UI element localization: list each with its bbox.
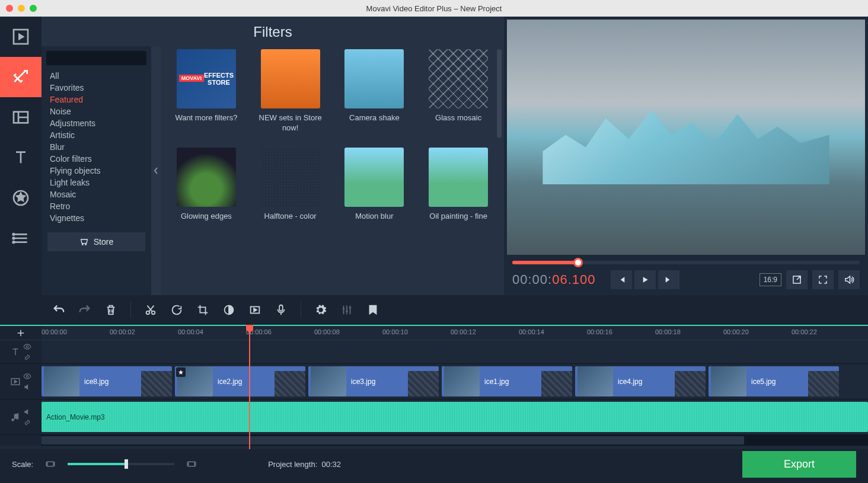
scale-slider[interactable]: [68, 463, 174, 465]
eye-icon[interactable]: [23, 372, 31, 380]
maximize-icon[interactable]: [30, 5, 37, 12]
filter-item[interactable]: NEW sets in Store now!: [257, 49, 324, 133]
category-vignettes[interactable]: Vignettes: [42, 212, 151, 224]
audio-clip[interactable]: Action_Movie.mp3: [42, 402, 868, 432]
filter-item[interactable]: Glass mosaic: [425, 49, 492, 133]
export-button[interactable]: Export: [742, 451, 856, 478]
text-track-body[interactable]: [42, 340, 868, 363]
popout-button[interactable]: [786, 270, 808, 289]
transition-button[interactable]: [242, 298, 267, 322]
category-blur[interactable]: Blur: [42, 141, 151, 153]
panel-scrollbar[interactable]: [497, 49, 502, 138]
chevron-left-icon: [153, 167, 159, 175]
category-flying-objects[interactable]: Flying objects: [42, 165, 151, 177]
audio-track-body[interactable]: Action_Movie.mp3: [42, 399, 868, 434]
time-ruler[interactable]: 00:00:0000:00:0200:00:0400:00:0600:00:08…: [42, 326, 868, 340]
undo-button[interactable]: [46, 298, 71, 322]
toolbar: [0, 295, 868, 325]
redo-button[interactable]: [72, 298, 97, 322]
playhead[interactable]: [249, 325, 250, 449]
category-retro[interactable]: Retro: [42, 200, 151, 212]
eye-icon[interactable]: [23, 343, 31, 351]
preview-video[interactable]: [507, 20, 865, 255]
window-controls: [6, 5, 37, 12]
zoom-out-icon[interactable]: [45, 459, 56, 469]
marker-button[interactable]: [360, 298, 385, 322]
video-clip[interactable]: ice1.jpg: [442, 366, 572, 396]
video-clip[interactable]: ice5.jpg: [709, 366, 839, 396]
category-favorites[interactable]: Favorites: [42, 82, 151, 94]
cut-button[interactable]: [138, 298, 163, 322]
timeline-scrollbar[interactable]: [42, 435, 868, 446]
text-icon: [10, 347, 21, 357]
filter-item[interactable]: MOVAVIEFFECTSSTOREWant more filters?: [173, 49, 240, 133]
sidebar-filters[interactable]: [0, 57, 42, 97]
video-track-body[interactable]: ice8.jpgice2.jpgice3.jpgice1.jpgice4.jpg…: [42, 364, 868, 399]
play-button[interactable]: [634, 270, 656, 289]
store-button[interactable]: Store: [47, 232, 145, 251]
search-box[interactable]: [46, 51, 146, 65]
scrubber[interactable]: [512, 261, 860, 264]
equalizer-button[interactable]: [334, 298, 359, 322]
category-artistic[interactable]: Artistic: [42, 129, 151, 141]
prev-button[interactable]: [611, 270, 632, 289]
filter-item[interactable]: Motion blur: [341, 148, 409, 222]
minimize-icon[interactable]: [18, 5, 25, 12]
speaker-icon[interactable]: [23, 408, 31, 416]
scale-thumb[interactable]: [125, 459, 128, 469]
video-clip[interactable]: ice8.jpg: [42, 366, 172, 396]
filter-item[interactable]: Camera shake: [341, 49, 409, 133]
add-track-button[interactable]: [0, 326, 42, 340]
transition[interactable]: [675, 371, 706, 396]
color-button[interactable]: [216, 298, 241, 322]
panel-title: Filters: [253, 24, 292, 40]
category-light-leaks[interactable]: Light leaks: [42, 177, 151, 188]
video-clip[interactable]: ice3.jpg: [308, 366, 439, 396]
clear-icon[interactable]: [142, 54, 143, 62]
video-clip[interactable]: ice4.jpg: [575, 366, 706, 396]
sidebar-stickers[interactable]: [0, 178, 42, 218]
video-clip[interactable]: ice2.jpg: [175, 366, 305, 396]
sidebar-media[interactable]: [0, 17, 42, 57]
ruler-tick: 00:00:20: [723, 328, 749, 335]
filter-thumb: [344, 148, 404, 207]
speaker-icon[interactable]: [23, 383, 31, 391]
volume-button[interactable]: [838, 270, 860, 289]
sidebar-transitions[interactable]: [0, 97, 42, 137]
clip-label: ice2.jpg: [218, 378, 242, 386]
filter-item[interactable]: Halftone - color: [257, 148, 324, 222]
filter-item[interactable]: Glowing edges: [173, 148, 240, 222]
filter-item[interactable]: Oil painting - fine: [425, 148, 492, 222]
scrubber-thumb[interactable]: [573, 258, 583, 267]
clip-label: ice3.jpg: [351, 378, 375, 386]
transition[interactable]: [808, 371, 839, 396]
record-button[interactable]: [269, 298, 293, 322]
transition[interactable]: [141, 371, 172, 396]
scrollbar-thumb[interactable]: [42, 436, 744, 444]
sidebar-more[interactable]: [0, 218, 42, 258]
category-mosaic[interactable]: Mosaic: [42, 188, 151, 200]
category-color-filters[interactable]: Color filters: [42, 153, 151, 165]
category-featured[interactable]: Featured: [42, 94, 151, 105]
close-icon[interactable]: [6, 5, 13, 12]
aspect-ratio[interactable]: 16:9: [760, 273, 781, 286]
transition[interactable]: [408, 371, 439, 396]
next-button[interactable]: [658, 270, 679, 289]
collapse-handle[interactable]: [151, 46, 161, 295]
link-icon[interactable]: [23, 418, 31, 427]
delete-button[interactable]: [98, 298, 123, 322]
link-icon[interactable]: [23, 353, 31, 362]
category-adjustments[interactable]: Adjustments: [42, 117, 151, 129]
transition[interactable]: [541, 371, 572, 396]
transition[interactable]: [275, 371, 305, 396]
fullscreen-button[interactable]: [812, 270, 834, 289]
filter-label: Motion blur: [355, 212, 393, 222]
category-noise[interactable]: Noise: [42, 105, 151, 117]
crop-button[interactable]: [190, 298, 215, 322]
zoom-in-icon[interactable]: [186, 459, 197, 469]
rotate-button[interactable]: [164, 298, 189, 322]
category-all[interactable]: All: [42, 70, 151, 82]
sidebar-titles[interactable]: [0, 137, 42, 178]
search-input[interactable]: [53, 54, 142, 62]
settings-button[interactable]: [308, 298, 333, 322]
